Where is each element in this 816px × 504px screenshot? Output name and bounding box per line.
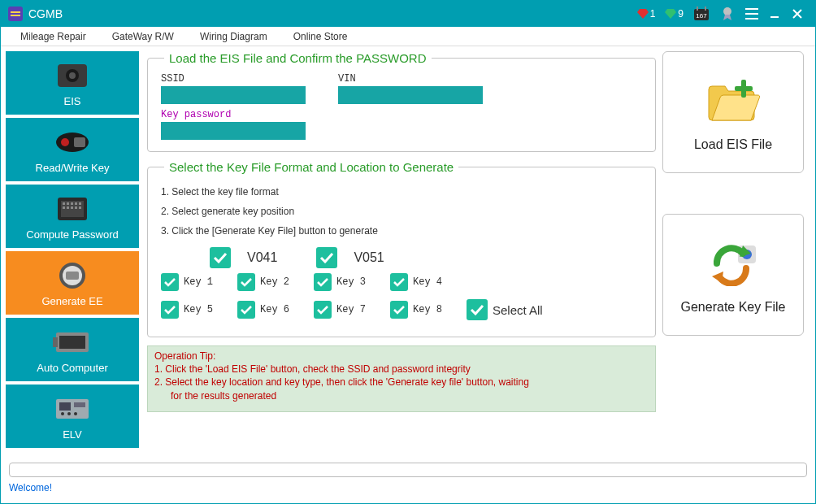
svg-rect-34: [74, 402, 85, 407]
tip-line: for the results generated: [154, 389, 649, 402]
vin-value: [338, 86, 483, 104]
checkbox-key-7[interactable]: [314, 301, 332, 319]
svg-rect-28: [66, 272, 79, 280]
refresh-arrows-icon: [701, 235, 766, 292]
tip-line: 1. Click the 'Load EIS File' button, che…: [154, 363, 649, 376]
calendar-counter[interactable]: 167: [693, 7, 711, 21]
menu-mileage-repair[interactable]: Mileage Repair: [7, 31, 99, 42]
vin-label: VIN: [338, 73, 483, 85]
checkbox-key-2[interactable]: [237, 273, 255, 291]
sidebar-item-label: ELV: [63, 428, 82, 441]
svg-rect-0: [8, 7, 23, 21]
svg-rect-18: [71, 202, 73, 205]
generate-ee-icon: [53, 259, 92, 292]
group-load-eis: Load the EIS File and Confirm the PASSWO…: [147, 51, 656, 152]
checkbox-v041[interactable]: [210, 247, 231, 268]
ecu-icon: [53, 326, 92, 358]
load-eis-file-button[interactable]: Load EIS File: [662, 51, 804, 173]
status-text: Welcome!: [9, 482, 52, 493]
sidebar-item-label: Generate EE: [41, 295, 102, 307]
minimize-button[interactable]: [766, 6, 783, 22]
sidebar-item-eis[interactable]: EIS: [6, 51, 139, 115]
sidebar-item-generate-ee[interactable]: Generate EE: [6, 251, 139, 315]
format-v051-label: V051: [354, 250, 384, 265]
svg-rect-17: [67, 202, 69, 205]
checkbox-key-5[interactable]: [161, 301, 179, 319]
app-title: CGMB: [28, 7, 63, 20]
svg-point-36: [67, 412, 71, 415]
checkbox-key-1[interactable]: [161, 273, 179, 291]
svg-marker-1: [637, 9, 649, 19]
select-all-label: Select All: [493, 303, 543, 317]
menu-gateway-rw[interactable]: GateWay R/W: [99, 31, 187, 42]
button-label: Generate Key File: [681, 300, 786, 315]
generate-key-file-button[interactable]: Generate Key File: [662, 214, 804, 336]
svg-text:167: 167: [696, 12, 707, 20]
svg-rect-25: [79, 206, 81, 209]
eis-icon: [53, 59, 92, 92]
gem-red-counter: 1: [637, 8, 656, 20]
step-line: 2. Select generate key position: [161, 202, 642, 221]
progress-bar: [9, 463, 807, 477]
menu-wiring-diagram[interactable]: Wiring Diagram: [187, 31, 280, 42]
step-line: 1. Select the key file format: [161, 182, 642, 202]
bottombar: [1, 459, 815, 480]
titlebar: CGMB 1 9 167: [1, 1, 815, 27]
content-area: Load the EIS File and Confirm the PASSWO…: [139, 51, 656, 454]
svg-rect-39: [735, 86, 753, 91]
sidebar-item-compute-password[interactable]: Compute Password: [6, 185, 139, 248]
step-line: 3. Click the [Generate Key File] button …: [161, 221, 642, 241]
elv-board-icon: [53, 393, 92, 425]
svg-rect-4: [697, 7, 698, 11]
svg-point-35: [61, 412, 64, 415]
svg-rect-23: [71, 206, 73, 209]
ssid-label: SSID: [161, 73, 306, 85]
tip-header: Operation Tip:: [154, 350, 649, 363]
checkbox-key-8[interactable]: [390, 301, 408, 319]
close-button[interactable]: [789, 6, 805, 22]
button-label: Load EIS File: [694, 137, 772, 152]
checkbox-select-all[interactable]: [467, 299, 488, 320]
sidebar-item-label: Read/Write Key: [36, 162, 110, 174]
checkbox-key-3[interactable]: [314, 273, 332, 291]
svg-rect-20: [79, 202, 81, 205]
medal-icon[interactable]: [721, 7, 736, 21]
svg-rect-5: [705, 7, 706, 11]
key-2-label: Key 2: [260, 276, 289, 288]
svg-rect-21: [63, 206, 65, 209]
svg-point-12: [61, 138, 69, 146]
sidebar-item-label: EIS: [64, 95, 81, 107]
svg-rect-24: [75, 206, 77, 209]
app-logo-icon: [7, 6, 24, 22]
key-3-label: Key 3: [336, 276, 366, 288]
operation-tip-box[interactable]: Operation Tip: 1. Click the 'Load EIS Fi…: [147, 345, 656, 412]
group-select-key-format: Select the Key File Format and Location …: [147, 160, 656, 337]
checkbox-key-6[interactable]: [237, 301, 255, 319]
key-7-label: Key 7: [336, 304, 366, 315]
folder-plus-icon: [701, 72, 766, 129]
tip-line: 2. Select the key location and key type,…: [154, 376, 649, 389]
sidebar-item-elv[interactable]: ELV: [6, 385, 139, 448]
key-password-label: Key password: [161, 109, 306, 120]
key-6-label: Key 6: [260, 304, 289, 315]
sidebar: EIS Read/Write Key Compute Password Gene…: [6, 51, 139, 454]
checkbox-v051[interactable]: [316, 247, 337, 268]
menu-online-store[interactable]: Online Store: [280, 31, 361, 42]
hamburger-menu-icon[interactable]: [744, 6, 760, 22]
sidebar-item-label: Auto Computer: [37, 362, 107, 374]
ssid-value: [161, 86, 306, 104]
svg-point-37: [74, 412, 77, 415]
right-panel: Load EIS File Generate Key File: [656, 51, 810, 454]
group-legend: Select the Key File Format and Location …: [164, 160, 458, 174]
svg-marker-43: [712, 272, 723, 283]
svg-point-10: [69, 72, 76, 79]
key-8-label: Key 8: [413, 304, 442, 315]
sidebar-item-read-write-key[interactable]: Read/Write Key: [6, 118, 139, 181]
format-v041-label: V041: [247, 250, 277, 265]
svg-rect-30: [59, 336, 85, 349]
checkbox-key-4[interactable]: [390, 273, 408, 291]
svg-rect-31: [53, 337, 58, 347]
sidebar-item-auto-computer[interactable]: Auto Computer: [6, 318, 139, 381]
svg-rect-16: [63, 202, 65, 205]
statusbar: Welcome!: [1, 480, 815, 496]
